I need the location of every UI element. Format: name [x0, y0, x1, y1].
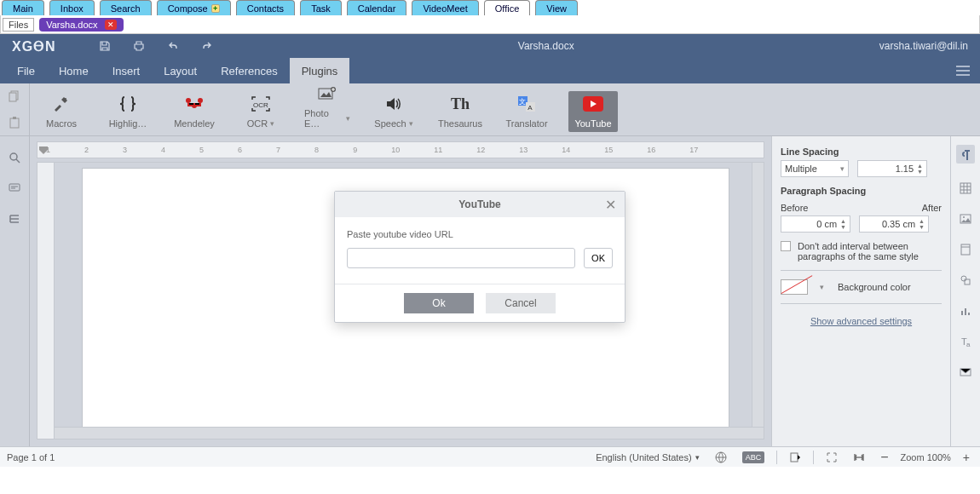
- svg-rect-28: [791, 453, 798, 462]
- zoom-in-button[interactable]: +: [960, 449, 973, 466]
- tab-office[interactable]: Office: [484, 0, 531, 15]
- cancel-button[interactable]: Cancel: [486, 293, 556, 313]
- copy-icon[interactable]: [9, 90, 20, 102]
- svg-text:A: A: [527, 104, 533, 112]
- tab-view[interactable]: View: [535, 0, 578, 15]
- vertical-ruler[interactable]: [37, 162, 54, 439]
- track-changes-icon[interactable]: [786, 450, 804, 465]
- stepper-icon[interactable]: ▲▼: [917, 163, 923, 175]
- redo-icon[interactable]: [201, 40, 213, 52]
- background-color-label: Background color: [838, 282, 911, 292]
- tab-main[interactable]: Main: [2, 0, 44, 15]
- mail-merge-icon[interactable]: [960, 366, 971, 378]
- tab-task[interactable]: Task: [300, 0, 342, 15]
- globe-icon[interactable]: [712, 450, 730, 465]
- plugin-speech-button[interactable]: Speech▾: [369, 91, 418, 132]
- tab-inbox[interactable]: Inbox: [49, 0, 95, 15]
- plugin-macros-button[interactable]: Macros: [37, 91, 86, 132]
- dialog-prompt: Paste youtube video URL: [347, 229, 613, 239]
- paragraph-panel: Line Spacing Multiple▾ 1.15▲▼ Paragraph …: [771, 136, 950, 446]
- plugin-thesaurus-button[interactable]: Th Thesaurus: [435, 91, 485, 132]
- fit-page-icon[interactable]: [822, 450, 841, 465]
- plugin-ocr-button[interactable]: OCR OCR▾: [236, 91, 285, 132]
- open-document-pill[interactable]: Varsha.docx ✕: [39, 18, 123, 32]
- close-icon[interactable]: ✕: [605, 197, 616, 213]
- menu-file[interactable]: File: [5, 58, 47, 83]
- language-selector[interactable]: English (United States) ▾: [592, 451, 703, 464]
- image-icon[interactable]: [960, 213, 971, 225]
- plugin-highlight-button[interactable]: Highlig…: [103, 91, 153, 132]
- stepper-icon[interactable]: ▲▼: [919, 218, 925, 230]
- zoom-level[interactable]: Zoom 100%: [901, 452, 951, 462]
- editor-title-bar: XGƟN Varsha.docx varsha.tiwari@dil.in: [0, 34, 980, 58]
- chart-icon[interactable]: [960, 305, 971, 317]
- plugin-mendeley-button[interactable]: Mendeley: [170, 91, 219, 132]
- current-user[interactable]: varsha.tiwari@dil.in: [879, 40, 968, 52]
- save-icon[interactable]: [99, 40, 111, 52]
- plugin-translator-button[interactable]: 文A Translator: [502, 91, 551, 132]
- search-icon[interactable]: [9, 152, 20, 164]
- svg-rect-21: [961, 244, 970, 255]
- plugin-photo-editor-button[interactable]: Photo E…▾: [303, 81, 352, 132]
- menu-layout[interactable]: Layout: [152, 58, 209, 83]
- svg-rect-17: [9, 184, 20, 191]
- files-menu-button[interactable]: Files: [3, 18, 34, 32]
- svg-point-16: [10, 153, 17, 160]
- headings-icon[interactable]: [9, 213, 20, 225]
- page-indicator[interactable]: Page 1 of 1: [7, 452, 55, 462]
- spacing-after-input[interactable]: 0.35 cm▲▼: [859, 215, 929, 233]
- url-ok-button[interactable]: OK: [584, 248, 613, 268]
- chevron-down-icon: ▾: [270, 119, 274, 128]
- spacing-before-input[interactable]: 0 cm▲▼: [781, 215, 850, 233]
- stepper-icon[interactable]: ▲▼: [840, 218, 846, 230]
- horizontal-ruler[interactable]: 1234567891011121314151617: [37, 141, 764, 158]
- no-interval-checkbox[interactable]: Don't add interval between paragraphs of…: [781, 241, 942, 261]
- checkbox-icon: [781, 241, 791, 251]
- horizontal-scrollbar[interactable]: [55, 427, 764, 439]
- tab-search[interactable]: Search: [100, 0, 152, 15]
- advanced-settings-link[interactable]: Show advanced settings: [781, 316, 942, 326]
- undo-icon[interactable]: [167, 40, 179, 52]
- menu-plugins[interactable]: Plugins: [290, 58, 350, 83]
- print-icon[interactable]: [133, 40, 145, 52]
- open-document-name: Varsha.docx: [46, 20, 97, 30]
- comments-icon[interactable]: [9, 182, 20, 194]
- menu-references[interactable]: References: [209, 58, 289, 83]
- vertical-scrollbar[interactable]: [752, 163, 764, 439]
- line-spacing-value-input[interactable]: 1.15▲▼: [857, 160, 927, 177]
- close-icon[interactable]: ✕: [105, 20, 117, 30]
- menu-insert[interactable]: Insert: [101, 58, 153, 83]
- spellcheck-button[interactable]: ABC: [739, 450, 769, 465]
- chevron-down-icon: ▾: [820, 283, 824, 291]
- menu-bar: File Home Insert Layout References Plugi…: [0, 58, 980, 83]
- zoom-out-button[interactable]: −: [877, 448, 891, 467]
- tab-videomeet[interactable]: VideoMeet: [412, 0, 478, 15]
- paragraph-icon[interactable]: [956, 145, 975, 164]
- svg-point-20: [963, 216, 965, 218]
- table-icon[interactable]: [960, 182, 971, 194]
- photo-icon: [318, 84, 337, 103]
- svg-text:OCR: OCR: [253, 101, 268, 109]
- svg-rect-18: [960, 183, 971, 193]
- paste-icon[interactable]: [9, 117, 20, 129]
- tab-compose[interactable]: Compose+: [157, 0, 231, 15]
- tab-contacts[interactable]: Contacts: [236, 0, 295, 15]
- ribbon-clipboard-column: [0, 83, 30, 135]
- youtube-url-input[interactable]: [347, 248, 575, 268]
- tab-calendar[interactable]: Calendar: [347, 0, 407, 15]
- plugin-youtube-button[interactable]: YouTube: [568, 91, 618, 132]
- files-bar: Files Varsha.docx ✕: [0, 15, 980, 34]
- fit-width-icon[interactable]: [850, 450, 868, 465]
- svg-rect-3: [13, 117, 16, 119]
- hamburger-icon[interactable]: [951, 66, 975, 76]
- ok-button[interactable]: Ok: [404, 293, 474, 313]
- header-footer-icon[interactable]: [960, 244, 971, 256]
- status-bar: Page 1 of 1 English (United States) ▾ AB…: [0, 446, 980, 467]
- svg-point-22: [961, 276, 966, 281]
- background-color-row[interactable]: ▾ Background color: [781, 279, 942, 295]
- shape-icon[interactable]: [960, 274, 971, 286]
- text-art-icon[interactable]: Ta: [960, 336, 971, 348]
- menu-home[interactable]: Home: [47, 58, 101, 83]
- brand-logo: XGƟN: [12, 38, 56, 55]
- line-spacing-mode-select[interactable]: Multiple▾: [781, 160, 849, 177]
